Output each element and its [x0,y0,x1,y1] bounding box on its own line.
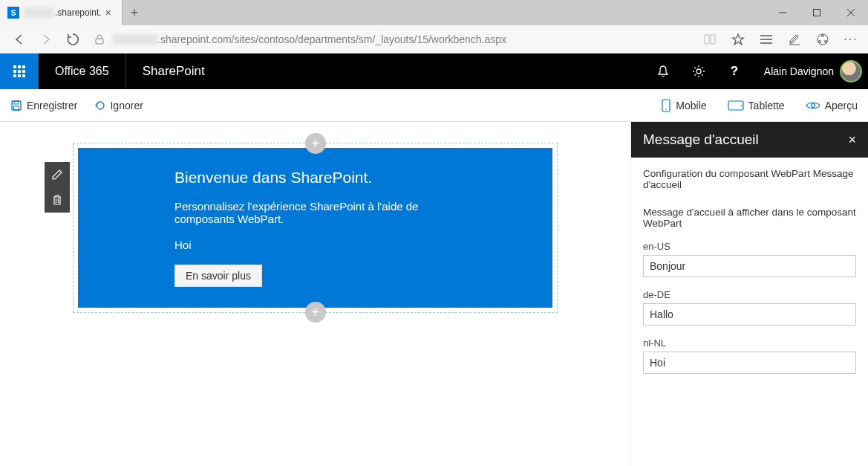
pane-description: Configuration du composant WebPart Messa… [643,168,856,190]
app-header: Office 365 SharePoint ? Alain Davignon [0,54,868,89]
notes-icon[interactable] [783,28,806,51]
app-launcher[interactable] [0,54,39,89]
sharepoint-label[interactable]: SharePoint [126,64,205,79]
webpart-title: Bienvenue dans SharePoint. [174,169,456,187]
pane-close-button[interactable]: × [848,132,856,148]
back-button[interactable] [6,25,33,54]
forward-button[interactable] [33,25,59,54]
svg-point-18 [666,109,668,110]
tablet-label: Tablette [748,100,785,111]
blurred-domain [24,7,53,18]
svg-rect-16 [14,106,19,110]
workbench-toolbar: Enregistrer Ignorer Mobile Tablette Aper… [0,89,868,122]
webpart-tools [45,162,70,213]
lock-icon [86,25,113,54]
help-button[interactable]: ? [717,54,752,89]
tab-close-icon[interactable]: × [102,7,114,19]
preview-label: Aperçu [825,100,858,111]
preview-icon [806,100,820,111]
svg-rect-14 [12,101,21,110]
save-label: Enregistrer [27,100,77,111]
tab-bar: S .sharepoint. × + [0,0,868,25]
webpart-greeting: Hoi [174,239,456,251]
avatar [840,60,862,82]
user-name: Alain Davignon [764,65,834,77]
favorite-icon[interactable] [727,28,749,51]
edit-webpart-button[interactable] [45,162,70,187]
blurred-subdomain [113,34,157,45]
more-icon[interactable]: ··· [840,28,862,51]
window-close[interactable] [834,0,868,25]
notifications-button[interactable] [645,54,681,89]
svg-point-21 [811,103,815,107]
tab-title: .sharepoint. [55,7,102,18]
discard-button[interactable]: Ignorer [94,100,143,111]
save-icon [10,100,22,111]
locale-de-label: de-DE [643,289,856,300]
tablet-icon [728,100,744,111]
reading-view-icon[interactable] [699,28,721,51]
add-webpart-bottom[interactable]: + [305,302,326,323]
new-tab-button[interactable]: + [123,0,146,25]
window-maximize[interactable] [800,0,834,25]
office-365-label[interactable]: Office 365 [39,54,126,89]
discard-label: Ignorer [110,100,143,111]
svg-point-9 [818,34,828,45]
learn-more-button[interactable]: En savoir plus [174,265,262,287]
locale-en-input[interactable] [643,255,856,277]
svg-point-11 [819,40,821,42]
pane-field-label: Message d'accueil à afficher dans le com… [643,207,856,229]
address-bar: .sharepoint.com/sites/contoso/department… [0,25,868,54]
share-icon[interactable] [812,28,834,51]
pane-title: Message d'accueil [643,132,759,148]
webpart-zone: + Bienvenue dans SharePoint. Personnalis… [73,143,558,313]
locale-en-label: en-US [643,241,856,252]
delete-webpart-button[interactable] [45,187,70,213]
locale-nl-label: nl-NL [643,337,856,349]
svg-point-20 [740,105,742,106]
webpart-subtitle: Personnalisez l'expérience SharePoint à … [174,200,456,225]
workbench-canvas: + Bienvenue dans SharePoint. Personnalis… [0,122,630,466]
save-button[interactable]: Enregistrer [10,100,77,111]
undo-icon [94,100,105,111]
svg-point-12 [825,40,827,42]
browser-tab[interactable]: S .sharepoint. × [0,0,123,25]
mobile-icon [661,99,671,112]
settings-button[interactable] [681,54,717,89]
add-webpart-top[interactable]: + [305,133,326,154]
svg-point-13 [696,69,701,74]
svg-rect-4 [96,39,103,44]
window-minimize[interactable] [766,0,800,25]
locale-de-input[interactable] [643,303,856,326]
property-pane: Message d'accueil × Configuration du com… [630,122,868,466]
svg-point-10 [822,34,824,36]
svg-rect-1 [814,10,820,16]
url-display[interactable]: .sharepoint.com/sites/contoso/department… [113,33,693,45]
refresh-button[interactable] [59,25,86,54]
sharepoint-icon: S [7,7,19,19]
user-menu[interactable]: Alain Davignon [752,60,868,82]
preview-button[interactable]: Aperçu [806,99,858,112]
hub-icon[interactable] [755,28,777,51]
pane-header: Message d'accueil × [631,122,868,158]
url-text: .sharepoint.com/sites/contoso/department… [157,33,506,45]
locale-nl-input[interactable] [643,352,856,374]
mobile-view-button[interactable]: Mobile [661,99,706,112]
greeting-webpart[interactable]: Bienvenue dans SharePoint. Personnalisez… [78,148,552,308]
tablet-view-button[interactable]: Tablette [728,99,785,112]
mobile-label: Mobile [676,100,706,111]
